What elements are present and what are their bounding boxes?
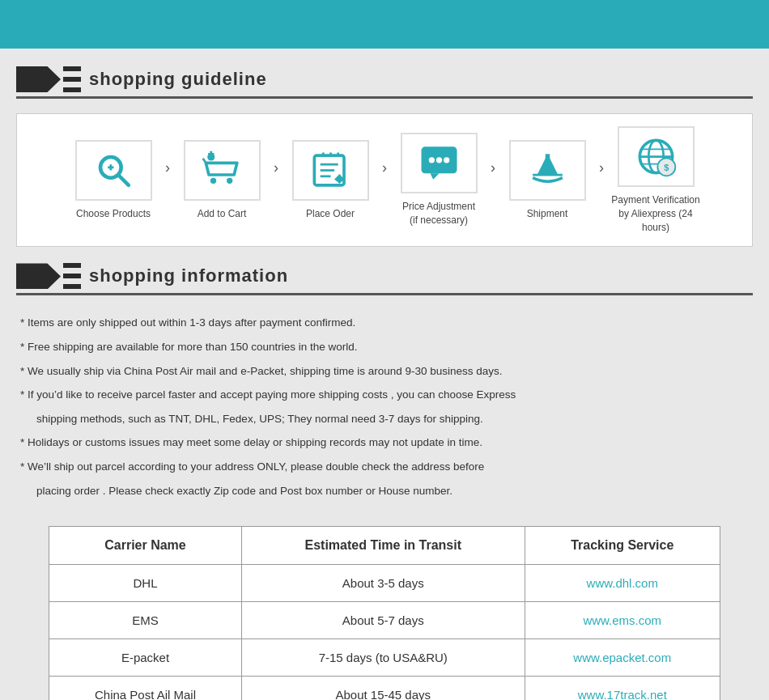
info-item-7: placing order . Please check exactly Zip… (16, 482, 753, 500)
carrier-name-0: DHL (49, 565, 242, 602)
carrier-time-2: 7-15 days (to USA&RU) (241, 639, 525, 677)
info-item-5: * Holidays or customs issues may meet so… (16, 434, 753, 452)
table-row: China Post Ail Mail About 15-45 days www… (49, 677, 720, 700)
carrier-time-3: About 15-45 days (241, 677, 525, 700)
step-place-order: Place Oder (282, 140, 379, 221)
carrier-tracking-0: www.dhl.com (525, 565, 720, 602)
step-icon-shipment (509, 140, 586, 201)
info-item-3: * If you’d like to receive parcel faster… (16, 386, 753, 404)
svg-point-9 (227, 177, 232, 183)
info-item-6: * We’ll ship out parcel according to you… (16, 458, 753, 476)
carrier-name-3: China Post Ail Mail (49, 677, 242, 700)
steps-container: Choose Products › Add to Cart › (16, 113, 753, 247)
guideline-header: shopping guideline (16, 66, 753, 99)
step-add-to-cart: Add to Cart (173, 140, 270, 221)
carrier-name-1: EMS (49, 602, 242, 639)
step-icon-add-to-cart (184, 140, 261, 201)
info-stripe-1 (63, 263, 81, 268)
stripe-2 (63, 77, 81, 82)
svg-rect-21 (545, 154, 550, 175)
tracking-link-0[interactable]: www.dhl.com (587, 576, 658, 590)
table-header-tracking: Tracking Service (525, 527, 720, 565)
header-decoration (16, 66, 81, 92)
info-stripe-3 (63, 284, 81, 289)
step-icon-payment-verification: $ (618, 126, 695, 187)
arrow-2: › (274, 159, 278, 201)
info-item-1: * Free shipping are available for more t… (16, 338, 753, 356)
globe-icon: $ (634, 134, 678, 179)
table-header-row: Carrier Name Estimated Time in Transit T… (49, 527, 720, 565)
svg-point-19 (435, 158, 441, 163)
ship-icon (525, 148, 570, 193)
carrier-time-1: About 5-7 days (241, 602, 525, 639)
info-stripe-deco (63, 263, 81, 289)
info-header-decoration (16, 263, 81, 289)
info-list: * Items are only shipped out within 1-3 … (16, 310, 753, 510)
information-header: shopping information (16, 263, 753, 295)
guideline-title: shopping guideline (89, 69, 267, 90)
info-item-4: shipping methods, such as TNT, DHL, Fede… (16, 410, 753, 428)
carrier-tracking-3: www.17track.net (525, 677, 720, 700)
svg-point-18 (428, 158, 434, 163)
stripe-deco (63, 66, 81, 92)
table-header-carrier: Carrier Name (49, 527, 242, 565)
information-title: shopping information (89, 265, 288, 286)
svg-line-7 (202, 159, 206, 163)
step-choose-products: Choose Products (65, 140, 162, 221)
arrow-1: › (165, 159, 170, 201)
tracking-link-1[interactable]: www.ems.com (583, 613, 661, 627)
svg-point-8 (210, 177, 215, 183)
table-row: DHL About 3-5 days www.dhl.com (49, 565, 720, 602)
step-label-shipment: Shipment (527, 207, 568, 221)
info-item-0: * Items are only shipped out within 1-3 … (16, 314, 753, 332)
step-label-choose-products: Choose Products (76, 207, 151, 221)
stripe-1 (63, 66, 81, 71)
search-icon (91, 148, 136, 193)
content-area: shopping guideline Choose Products › (0, 49, 769, 700)
carrier-tracking-2: www.epacket.com (525, 639, 720, 677)
carrier-table: Carrier Name Estimated Time in Transit T… (49, 526, 720, 700)
step-icon-place-order (292, 140, 369, 201)
table-row: E-packet 7-15 days (to USA&RU) www.epack… (49, 639, 720, 677)
arrow-3: › (382, 159, 387, 201)
arrow-4: › (491, 159, 495, 201)
tracking-link-2[interactable]: www.epacket.com (573, 651, 671, 664)
carrier-tracking-1: www.ems.com (525, 602, 720, 639)
table-row: EMS About 5-7 days www.ems.com (49, 602, 720, 639)
svg-line-1 (118, 175, 129, 185)
cart-icon (200, 148, 244, 193)
info-dark-arrow-deco (16, 263, 61, 289)
step-label-price-adjustment: Price Adjustment(if necessary) (402, 200, 475, 227)
step-payment-verification: $ Payment Verificationby Aliexpress (24 … (607, 126, 704, 234)
info-stripe-2 (63, 274, 81, 278)
step-label-payment-verification: Payment Verificationby Aliexpress (24 ho… (607, 193, 704, 234)
svg-text:$: $ (664, 163, 669, 172)
carrier-time-0: About 3-5 days (241, 565, 525, 602)
order-icon (308, 148, 353, 193)
chat-icon (417, 141, 461, 185)
step-icon-price-adjustment (401, 133, 478, 193)
dark-arrow-deco (16, 66, 61, 92)
carrier-name-2: E-packet (49, 639, 242, 677)
step-icon-choose-products (75, 140, 152, 201)
stripe-3 (63, 87, 81, 92)
tracking-link-3[interactable]: www.17track.net (578, 688, 667, 700)
arrow-5: › (599, 159, 604, 201)
step-price-adjustment: Price Adjustment(if necessary) (390, 133, 487, 227)
step-shipment: Shipment (499, 140, 596, 221)
step-label-add-to-cart: Add to Cart (198, 207, 247, 221)
info-item-2: * We usually ship via China Post Air mai… (16, 363, 753, 380)
top-banner (0, 0, 769, 49)
svg-point-20 (444, 158, 449, 163)
step-label-place-order: Place Oder (306, 207, 355, 221)
table-header-time: Estimated Time in Transit (241, 527, 525, 565)
